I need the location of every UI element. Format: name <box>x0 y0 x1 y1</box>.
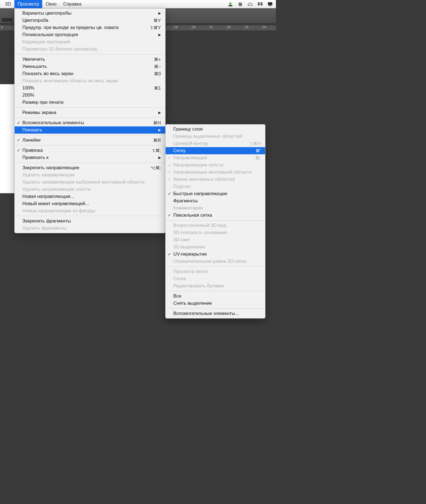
show-submenu-item: Второстепенный 3D-вид <box>166 222 265 229</box>
menu-item-label: Вспомогательные элементы <box>22 120 145 126</box>
menu-item-label: Закрепить направляющие <box>22 165 142 171</box>
menubar-item-3d[interactable]: 3D <box>2 0 14 8</box>
menu-item-label: Границу слоя <box>173 126 261 132</box>
view-menu-item[interactable]: Закрепить фрагменты <box>15 217 165 225</box>
show-submenu-item[interactable]: Снять выделение <box>166 300 265 307</box>
show-submenu-item[interactable]: ✓UV-перекрытие <box>166 251 265 258</box>
menu-item-label: Удалить направляющие <box>22 172 161 178</box>
show-submenu-item: ✓Направляющие⌘; <box>166 154 265 161</box>
menu-item-label: Уменьшить <box>22 64 146 69</box>
ruler-mark: 21 <box>209 25 226 30</box>
view-menu-item[interactable]: Предупр. при выходе за пределы цв. охват… <box>15 24 165 31</box>
view-menu-item: Показать монтажную область во весь экран <box>15 77 165 84</box>
check-icon: ✓ <box>168 170 171 175</box>
view-menu-item[interactable]: 200% <box>15 92 165 99</box>
menu-item-label: Предупр. при выходе за пределы цв. охват… <box>22 25 142 30</box>
menu-item-label: Ограничительная рамка 3D-сетки <box>173 259 261 264</box>
check-icon: ✓ <box>168 163 171 168</box>
menubar-item-view[interactable]: Просмотр <box>14 0 42 8</box>
show-submenu-item: Ограничительная рамка 3D-сетки <box>166 258 265 265</box>
show-submenu-item[interactable]: Все <box>166 293 265 300</box>
menu-separator <box>15 145 165 145</box>
view-menu-item[interactable]: Новая направляющая... <box>15 193 165 200</box>
desktop-icon[interactable] <box>267 1 273 7</box>
ruler-mark: 24 <box>262 25 276 30</box>
menu-item-label: Направляющие монтажной области <box>173 169 261 175</box>
view-menu-item[interactable]: Уменьшить⌘− <box>15 63 165 70</box>
show-submenu-item[interactable]: ✓Пиксельная сетка <box>166 212 265 219</box>
show-submenu-item[interactable]: ✓Быстрые направляющие <box>166 190 265 197</box>
show-submenu-item[interactable]: Вспомогательные элементы... <box>166 310 265 317</box>
menu-separator <box>166 220 265 221</box>
view-menu-item[interactable]: ✓Вспомогательные элементы⌘H <box>15 119 165 126</box>
show-submenu-item[interactable]: Фрагменты <box>166 197 265 205</box>
show-submenu-item: ✓Имена монтажных областей <box>166 176 265 183</box>
show-submenu: Границу слояГраницы выделенных областейЦ… <box>165 124 265 319</box>
menu-item-label: Режимы экрана <box>22 110 150 115</box>
view-menu-item[interactable]: Цветопроба⌘Y <box>15 17 165 24</box>
menu-item-label: 200% <box>22 92 161 98</box>
view-menu-item[interactable]: Режимы экрана▶ <box>15 109 165 116</box>
menu-item-label: Сетку <box>173 148 247 153</box>
evernote-icon[interactable] <box>237 1 243 7</box>
view-menu-item[interactable]: ✓Привязка⇧⌘; <box>15 147 165 154</box>
view-menu-item[interactable]: ✓Линейки⌘R <box>15 137 165 144</box>
menu-item-label: Направляющие <box>173 155 247 161</box>
view-menu-item[interactable]: Размер при печати <box>15 99 165 106</box>
view-menu-item[interactable]: Закрепить направляющие⌥⌘; <box>15 164 165 171</box>
check-icon: ✓ <box>168 155 171 160</box>
menu-item-label: Закрепить фрагменты <box>22 218 161 224</box>
menu-item-shortcut: ⌘0 <box>146 71 161 76</box>
view-menu-item[interactable]: Привязать к▶ <box>15 154 165 161</box>
show-submenu-item: Просмотр кисти <box>166 268 265 275</box>
view-menu-item[interactable]: Показать во весь экран⌘0 <box>15 70 165 77</box>
show-submenu-item: 3D-плоскость основания <box>166 229 265 236</box>
menu-separator <box>15 54 165 54</box>
view-menu-item[interactable]: Попиксельная пропорция▶ <box>15 31 165 38</box>
menu-item-label: Просмотр кисти <box>173 269 261 274</box>
view-menu-item[interactable]: Увеличить⌘+ <box>15 56 165 63</box>
check-icon: ✓ <box>168 252 171 257</box>
menu-item-label: Варианты цветопробы <box>22 10 150 16</box>
menu-item-label: Привязать к <box>22 155 150 160</box>
menu-item-shortcut: ⌘+ <box>146 57 161 62</box>
show-submenu-item[interactable]: Сетку⌘' <box>166 147 265 154</box>
show-submenu-item: 3D-выделение <box>166 243 265 251</box>
menu-item-label: Сетка <box>173 276 261 282</box>
menubar-item-window[interactable]: Окно <box>42 0 60 8</box>
menu-item-label: Вспомогательные элементы... <box>173 311 261 316</box>
view-menu-item[interactable]: Показать▶ <box>15 126 165 134</box>
menu-separator <box>15 107 165 108</box>
dropbox-icon[interactable] <box>257 1 263 7</box>
menu-item-label: Удалить направляющие холста <box>22 187 161 192</box>
view-menu-item: Коррекция пропорций <box>15 38 165 46</box>
menu-item-label: 3D-плоскость основания <box>173 230 261 235</box>
menu-item-label: Линейки <box>22 137 145 143</box>
check-icon: ✓ <box>168 213 171 218</box>
menubar-item-help[interactable]: Справка <box>60 0 85 8</box>
show-submenu-item[interactable]: Границу слоя <box>166 126 265 133</box>
menu-item-label: Быстрые направляющие <box>173 191 261 197</box>
menubar: 3D Просмотр Окно Справка <box>0 0 276 8</box>
view-menu-item: Удалить фрагменты <box>15 225 165 232</box>
chevron-right-icon: ▶ <box>150 128 161 132</box>
ruler-mark: 23 <box>244 25 262 30</box>
document-tab[interactable] <box>2 18 13 22</box>
show-submenu-item: Редактировать булавки <box>166 282 265 290</box>
view-menu-item: Параметры 32-битного просмотра... <box>15 46 165 53</box>
menu-separator <box>166 291 265 291</box>
chevron-right-icon: ▶ <box>150 11 161 15</box>
view-menu-item[interactable]: Новый макет направляющей... <box>15 200 165 207</box>
menu-item-shortcut: ⇧⌘H <box>241 141 261 146</box>
view-menu-item: Удалить направляющие <box>15 171 165 179</box>
creative-cloud-icon[interactable] <box>247 1 253 7</box>
view-menu-item[interactable]: Варианты цветопробы▶ <box>15 10 165 17</box>
menu-item-label: Коррекция пропорций <box>22 39 161 45</box>
menu-item-shortcut: ⇧⌘; <box>143 148 161 153</box>
ruler-mark: 20 <box>191 25 209 30</box>
menu-item-label: Границы выделенных областей <box>173 134 261 139</box>
view-menu-item[interactable]: 100%⌘1 <box>15 84 165 92</box>
menu-item-label: 3D-свет <box>173 237 261 243</box>
show-submenu-item: Сетка <box>166 275 265 282</box>
download-icon[interactable] <box>227 1 233 7</box>
